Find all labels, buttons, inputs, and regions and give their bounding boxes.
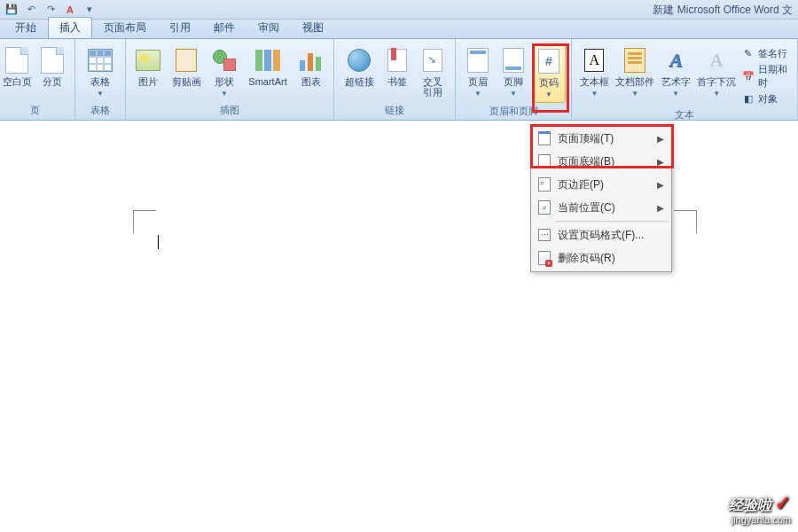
group-label-pages: 页: [0, 102, 69, 120]
tab-review[interactable]: 审阅: [246, 17, 291, 38]
page-break-icon: [41, 47, 64, 74]
group-label-links: 链接: [340, 102, 450, 120]
save-icon[interactable]: 💾: [4, 2, 20, 18]
chevron-down-icon: ▼: [510, 90, 517, 98]
chevron-down-icon: ▼: [474, 90, 481, 98]
shapes-button[interactable]: 形状▼: [207, 44, 241, 101]
group-illustrations: 图片 剪贴画 形状▼ SmartArt 图表 插图: [126, 39, 334, 120]
clipart-icon: [176, 49, 197, 72]
wordart-icon: A: [669, 49, 683, 72]
text-cursor-caret: [158, 235, 159, 249]
quick-parts-button[interactable]: 文档部件▼: [614, 44, 657, 101]
ribbon: 空白页 分页 页 表格▼ 表格 图片 剪贴画 形状▼ SmartArt 图表 插…: [0, 39, 798, 121]
menu-separator: [556, 221, 668, 222]
group-label-tables: 表格: [81, 102, 120, 120]
picture-icon: [136, 50, 160, 71]
tab-references[interactable]: 引用: [158, 17, 202, 38]
format-icon: ⋯: [536, 227, 552, 243]
page-margin-corner: [674, 210, 697, 233]
globe-icon: [348, 49, 371, 72]
chevron-down-icon: ▼: [631, 90, 638, 98]
cover-page-label: 空白页: [3, 76, 32, 87]
cover-page-button[interactable]: 空白页: [0, 44, 34, 89]
group-pages: 空白页 分页 页: [0, 39, 75, 120]
smartart-icon: [255, 50, 280, 71]
qat-customize-icon[interactable]: ▾: [82, 2, 98, 18]
object-icon: ◧: [742, 93, 755, 106]
check-icon: ✓: [775, 492, 791, 514]
chevron-right-icon: ▶: [657, 203, 664, 213]
menu-item-remove-page-numbers[interactable]: × 删除页码(R): [533, 246, 669, 270]
remove-icon: ×: [536, 250, 552, 266]
ribbon-tabs: 开始 插入 页面布局 引用 邮件 审阅 视图: [0, 20, 798, 39]
table-icon: [88, 49, 113, 72]
page-margins-icon: #: [536, 176, 552, 192]
group-header-footer: 页眉▼ 页脚▼ # 页码▼ 页眉和页脚: [456, 39, 572, 120]
menu-item-page-top[interactable]: 页面顶端(T) ▶: [533, 127, 669, 150]
menu-item-format-page-numbers[interactable]: ⋯ 设置页码格式(F)...: [533, 223, 669, 246]
header-button[interactable]: 页眉▼: [461, 44, 495, 101]
textbox-icon: A: [584, 49, 604, 72]
date-time-button[interactable]: 📅日期和时: [740, 62, 792, 90]
shapes-icon: [213, 50, 236, 71]
undo-icon[interactable]: ↶: [23, 2, 39, 18]
redo-icon[interactable]: ↷: [43, 2, 59, 18]
page-margin-corner: [133, 210, 156, 233]
chart-button[interactable]: 图表: [294, 44, 328, 89]
group-tables: 表格▼ 表格: [75, 39, 126, 120]
menu-item-page-margins[interactable]: # 页边距(P) ▶: [533, 173, 669, 196]
chevron-right-icon: ▶: [657, 180, 664, 190]
clipart-button[interactable]: 剪贴画: [167, 44, 206, 89]
wordart-button[interactable]: A艺术字▼: [659, 44, 693, 101]
page-icon: [5, 47, 28, 74]
tab-home[interactable]: 开始: [4, 17, 48, 38]
document-area[interactable]: [0, 121, 798, 532]
tab-view[interactable]: 视图: [291, 17, 335, 38]
page-break-button[interactable]: 分页: [35, 44, 69, 89]
calendar-icon: 📅: [742, 70, 755, 82]
tab-layout[interactable]: 页面布局: [92, 17, 158, 38]
group-text: A文本框▼ 文档部件▼ A艺术字▼ A首字下沉▼ ✎签名行 📅日期和时 ◧对象 …: [572, 39, 798, 120]
text-mini-list: ✎签名行 📅日期和时 ◧对象: [740, 44, 792, 106]
page-number-menu: 页面顶端(T) ▶ 页面底端(B) ▶ # 页边距(P) ▶ # 当前位置(C)…: [530, 124, 672, 272]
crossref-button[interactable]: 交叉 引用: [416, 44, 450, 99]
group-label-hf: 页眉和页脚: [461, 103, 566, 121]
font-icon[interactable]: A: [62, 2, 78, 18]
crossref-icon: [423, 49, 442, 72]
textbox-button[interactable]: A文本框▼: [577, 44, 612, 101]
page-break-label: 分页: [43, 76, 62, 87]
footer-button[interactable]: 页脚▼: [497, 44, 530, 101]
picture-button[interactable]: 图片: [131, 44, 165, 89]
quick-parts-icon: [624, 48, 645, 73]
object-button[interactable]: ◧对象: [740, 91, 792, 106]
tab-mailings[interactable]: 邮件: [202, 17, 246, 38]
page-number-icon: #: [538, 49, 559, 74]
page-top-icon: [536, 130, 552, 146]
bookmark-icon: [387, 49, 407, 72]
tab-insert[interactable]: 插入: [48, 17, 92, 38]
dropcap-icon: A: [710, 51, 723, 71]
menu-item-current-position[interactable]: # 当前位置(C) ▶: [533, 196, 669, 219]
chevron-down-icon: ▼: [545, 90, 552, 98]
smartart-button[interactable]: SmartArt: [243, 44, 293, 89]
table-label: 表格: [90, 76, 110, 87]
footer-icon: [503, 48, 524, 73]
group-links: 超链接 书签 交叉 引用 链接: [334, 39, 456, 120]
page-number-button[interactable]: # 页码▼: [532, 44, 566, 103]
hyperlink-button[interactable]: 超链接: [340, 44, 379, 89]
header-icon: [467, 48, 489, 73]
chart-icon: [300, 50, 323, 71]
bookmark-button[interactable]: 书签: [380, 44, 414, 89]
window-title: 新建 Microsoft Office Word 文: [653, 3, 793, 18]
page-bottom-icon: [536, 153, 552, 169]
table-button[interactable]: 表格▼: [81, 44, 120, 101]
signature-line-button[interactable]: ✎签名行: [740, 46, 792, 61]
dropcap-button[interactable]: A首字下沉▼: [695, 44, 739, 101]
chevron-down-icon: ▼: [97, 90, 104, 98]
chevron-down-icon: ▼: [591, 90, 598, 98]
chevron-right-icon: ▶: [657, 134, 664, 144]
chevron-down-icon: ▼: [713, 90, 720, 98]
watermark: 经验啦 ✓ jingyanla.com: [729, 497, 791, 527]
chevron-down-icon: ▼: [672, 90, 679, 98]
menu-item-page-bottom[interactable]: 页面底端(B) ▶: [533, 150, 669, 173]
